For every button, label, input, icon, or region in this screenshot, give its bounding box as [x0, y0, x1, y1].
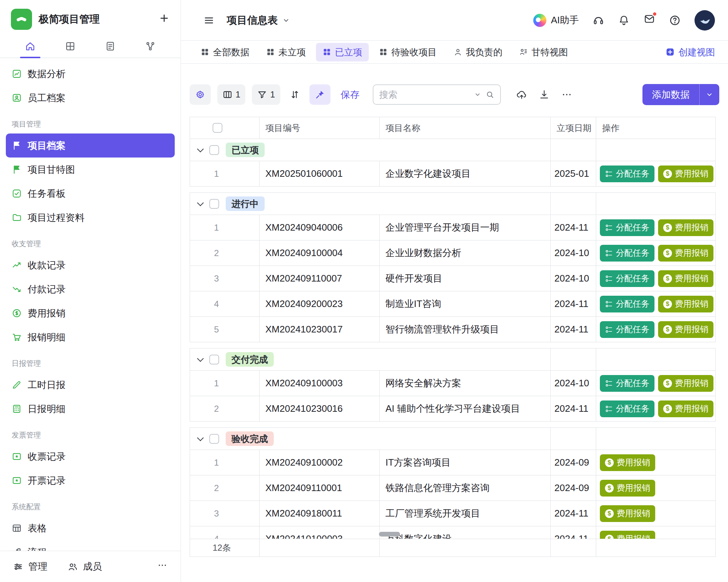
- project-code-cell[interactable]: XM202409110001: [259, 475, 379, 501]
- add-data-button[interactable]: 添加数据: [642, 84, 719, 105]
- settings-button[interactable]: [190, 84, 211, 105]
- sidebar-item[interactable]: 费用报销: [6, 301, 175, 325]
- project-date-cell[interactable]: 2024-11: [550, 526, 596, 539]
- sidebar-item[interactable]: 日报明细: [6, 397, 175, 421]
- project-name-cell[interactable]: 企业数字化建设项目: [379, 161, 550, 186]
- view-tab[interactable]: 未立项: [260, 43, 312, 61]
- expense-report-button[interactable]: $费用报销: [658, 296, 713, 312]
- project-code-cell[interactable]: XM202409180011: [259, 501, 379, 526]
- expense-report-button[interactable]: $费用报销: [600, 531, 655, 539]
- project-name-cell[interactable]: 网络安全解决方案: [379, 371, 550, 396]
- project-code-cell[interactable]: XM202410230016: [259, 396, 379, 421]
- view-tab[interactable]: 我负责的: [447, 43, 509, 61]
- project-name-cell[interactable]: 万科数字化建设: [379, 526, 550, 539]
- project-name-cell[interactable]: 硬件开发项目: [379, 266, 550, 291]
- project-date-cell[interactable]: 2024-11: [550, 501, 596, 526]
- expense-report-button[interactable]: $费用报销: [658, 219, 713, 236]
- table-row[interactable]: 4 XM202409200023 制造业IT咨询 2024-11 分配任务$费用…: [190, 291, 715, 316]
- group-checkbox[interactable]: [209, 199, 219, 209]
- sidebar-item[interactable]: 员工档案: [6, 86, 175, 110]
- view-tab[interactable]: 已立项: [316, 43, 369, 61]
- sidebar-item[interactable]: 数据分析: [6, 62, 175, 86]
- members-button[interactable]: 成员: [68, 560, 102, 573]
- view-tab[interactable]: 甘特视图: [513, 43, 574, 61]
- expense-report-button[interactable]: $费用报销: [658, 166, 713, 182]
- assign-task-button[interactable]: 分配任务: [600, 375, 654, 392]
- manage-button[interactable]: 管理: [13, 560, 47, 573]
- assign-task-button[interactable]: 分配任务: [600, 166, 654, 182]
- table-row[interactable]: 4 XM202410100003 万科数字化建设 2024-11 $费用报销: [190, 526, 715, 539]
- project-date-cell[interactable]: 2024-10: [550, 371, 596, 396]
- header-project-name[interactable]: 项目名称: [379, 117, 550, 139]
- pin-button[interactable]: [309, 84, 331, 105]
- sidebar-item[interactable]: 付款记录: [6, 277, 175, 301]
- ai-assistant-button[interactable]: AI助手: [533, 14, 579, 27]
- docs-tab[interactable]: [90, 36, 130, 57]
- sidebar-item[interactable]: 项目甘特图: [6, 158, 175, 182]
- assign-task-button[interactable]: 分配任务: [600, 219, 654, 236]
- project-date-cell[interactable]: 2024-09: [550, 475, 596, 501]
- sort-button[interactable]: [287, 84, 303, 105]
- project-name-cell[interactable]: 企业业财数据分析: [379, 240, 550, 266]
- project-code-cell[interactable]: XM202409200023: [259, 291, 379, 316]
- project-code-cell[interactable]: XM202409110007: [259, 266, 379, 291]
- search-scope-chevron-icon[interactable]: [474, 91, 481, 98]
- sidebar-item[interactable]: 项目档案: [6, 133, 175, 158]
- save-button[interactable]: 保存: [341, 88, 360, 101]
- expense-report-button[interactable]: $费用报销: [658, 321, 713, 338]
- expense-report-button[interactable]: $费用报销: [600, 505, 655, 522]
- assign-task-button[interactable]: 分配任务: [600, 321, 654, 338]
- expense-report-button[interactable]: $费用报销: [600, 454, 655, 471]
- create-view-button[interactable]: 创建视图: [665, 46, 715, 58]
- project-code-cell[interactable]: XM202409100003: [259, 371, 379, 396]
- expense-report-button[interactable]: $费用报销: [600, 480, 655, 497]
- project-code-cell[interactable]: XM202410100003: [259, 526, 379, 539]
- support-headset-icon[interactable]: [593, 15, 604, 26]
- collapse-chevron-icon[interactable]: [197, 355, 203, 362]
- table-row[interactable]: 2 XM202410230016 AI 辅助个性化学习平台建设项目 2024-1…: [190, 396, 715, 421]
- table-row[interactable]: 5 XM202410230017 智行物流管理软件升级项目 2024-11 分配…: [190, 316, 715, 342]
- title-chevron-down-icon[interactable]: [282, 16, 290, 24]
- table-row[interactable]: 1 XM202409100003 网络安全解决方案 2024-10 分配任务$费…: [190, 370, 715, 396]
- sidebar-item[interactable]: 流程: [6, 540, 175, 551]
- add-data-chevron[interactable]: [700, 91, 719, 99]
- project-date-cell[interactable]: 2025-01: [550, 161, 596, 186]
- sidebar-item[interactable]: 项目过程资料: [6, 206, 175, 230]
- project-code-cell[interactable]: XM202409100002: [259, 450, 379, 475]
- flows-tab[interactable]: [130, 36, 170, 57]
- hamburger-menu-icon[interactable]: [203, 15, 214, 26]
- assign-task-button[interactable]: 分配任务: [600, 245, 654, 262]
- assign-task-button[interactable]: 分配任务: [600, 296, 654, 312]
- project-name-cell[interactable]: 智行物流管理软件升级项目: [379, 317, 550, 342]
- collapse-chevron-icon[interactable]: [197, 434, 203, 441]
- table-row[interactable]: 3 XM202409110007 硬件开发项目 2024-10 分配任务$费用报…: [190, 266, 715, 291]
- assign-task-button[interactable]: 分配任务: [600, 270, 654, 287]
- export-download-icon[interactable]: [539, 89, 550, 100]
- project-date-cell[interactable]: 2024-11: [550, 215, 596, 240]
- search-input[interactable]: [379, 89, 470, 100]
- project-date-cell[interactable]: 2024-09: [550, 450, 596, 475]
- project-date-cell[interactable]: 2024-11: [550, 317, 596, 342]
- sidebar-item[interactable]: 任务看板: [6, 182, 175, 206]
- sidebar-item[interactable]: 收款记录: [6, 253, 175, 277]
- filter-button[interactable]: 1: [252, 84, 280, 105]
- project-date-cell[interactable]: 2024-11: [550, 291, 596, 316]
- assign-task-button[interactable]: 分配任务: [600, 400, 654, 417]
- table-row[interactable]: 1 XM202409040006 企业管理平台开发项目一期 2024-11 分配…: [190, 215, 715, 240]
- help-icon[interactable]: [669, 15, 681, 26]
- header-project-code[interactable]: 项目编号: [259, 117, 379, 139]
- collapse-chevron-icon[interactable]: [197, 199, 203, 206]
- sidebar-more-button[interactable]: [157, 560, 167, 573]
- table-row[interactable]: 1 XM202501060001 企业数字化建设项目 2025-01 分配任务$…: [190, 161, 715, 186]
- project-code-cell[interactable]: XM202410230017: [259, 317, 379, 342]
- project-date-cell[interactable]: 2024-10: [550, 266, 596, 291]
- project-code-cell[interactable]: XM202501060001: [259, 161, 379, 186]
- inbox-mail-button[interactable]: [644, 13, 655, 27]
- group-checkbox[interactable]: [209, 355, 219, 364]
- project-code-cell[interactable]: XM202409040006: [259, 215, 379, 240]
- sidebar-item[interactable]: 工时日报: [6, 373, 175, 397]
- table-row[interactable]: 3 XM202409180011 工厂管理系统开发项目 2024-11 $费用报…: [190, 501, 715, 526]
- expense-report-button[interactable]: $费用报销: [658, 375, 713, 392]
- table-row[interactable]: 2 XM202409110001 铁路信息化管理方案咨询 2024-09 $费用…: [190, 475, 715, 501]
- notifications-bell-icon[interactable]: [618, 15, 630, 26]
